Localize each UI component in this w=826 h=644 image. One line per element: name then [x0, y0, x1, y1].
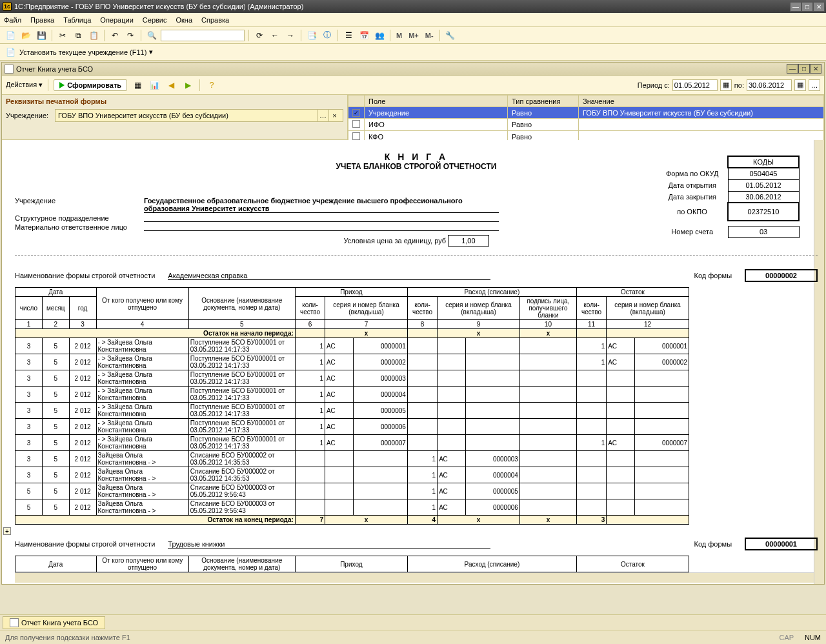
filter-checkbox[interactable]: [352, 132, 360, 140]
minimize-button[interactable]: —: [790, 2, 801, 12]
table-row[interactable]: 352 012- > Зайцева Ольга КонстантиновнаП…: [15, 354, 689, 370]
date-from-input[interactable]: [672, 79, 718, 91]
date-from-calendar-icon[interactable]: ▦: [720, 79, 732, 91]
x-cell: x: [519, 329, 576, 338]
grid-icon[interactable]: ▦: [131, 79, 144, 92]
search-input[interactable]: [161, 30, 245, 41]
status-text: Для получения подсказки нажмите F1: [5, 634, 130, 641]
table-row[interactable]: 552 012Зайцева Ольга Константиновна - >С…: [15, 499, 689, 516]
end-remain-qty: 3: [576, 516, 606, 525]
table-row[interactable]: 352 012- > Зайцева Ольга КонстантиновнаП…: [15, 419, 689, 435]
date-to-calendar-icon[interactable]: ▦: [794, 79, 806, 91]
h-date: Дата: [15, 556, 97, 572]
filter-row[interactable]: ИФОРавно: [348, 119, 824, 131]
menu-table[interactable]: Таблица: [63, 16, 91, 24]
filter-comp: Равно: [508, 119, 579, 131]
table-row[interactable]: 352 012- > Зайцева Ольга КонстантиновнаП…: [15, 403, 689, 419]
filter-val: ГОБУ ВПО Университет искусств (БУ без су…: [579, 107, 824, 119]
filter-col-value[interactable]: Значение: [579, 96, 824, 107]
info-icon[interactable]: ⓘ: [321, 29, 334, 42]
filter-row[interactable]: УчреждениеРавноГОБУ ВПО Университет иску…: [348, 107, 824, 119]
sub-close-button[interactable]: ✕: [810, 64, 821, 74]
horizontal-scrollbar[interactable]: [15, 572, 818, 583]
undo-icon[interactable]: ↶: [108, 29, 121, 42]
save-icon[interactable]: 💾: [35, 29, 48, 42]
report-body[interactable]: + К Н И Г А УЧЕТА БЛАНКОВ СТРОГОЙ ОТЧЕТН…: [2, 140, 824, 584]
paste-icon[interactable]: 📋: [87, 29, 100, 42]
h-remain: Остаток: [576, 288, 689, 297]
task-tab-report[interactable]: Отчет Книга учета БСО: [3, 616, 105, 629]
filter-checkbox[interactable]: [352, 109, 360, 117]
separator: [52, 30, 52, 41]
copy-icon[interactable]: ⧉: [72, 29, 85, 42]
dropdown-icon[interactable]: ▾: [149, 48, 153, 56]
table-row[interactable]: 552 012Зайцева Ольга Константиновна - >С…: [15, 483, 689, 499]
redo-icon[interactable]: ↷: [124, 29, 137, 42]
form-code-value: 00000002: [745, 269, 818, 282]
filter-col-comparison[interactable]: Тип сравнения: [508, 96, 579, 107]
table-row[interactable]: 352 012- > Зайцева Ольга КонстантиновнаП…: [15, 387, 689, 403]
period-start-label: Остаток на начало периода:: [15, 329, 296, 338]
close-date-label: Дата закрытия: [657, 191, 728, 203]
m-button[interactable]: M: [394, 32, 404, 39]
subwindow-title-bar: Отчет Книга учета БСО — □ ✕: [2, 63, 824, 75]
menu-help[interactable]: Справка: [201, 16, 229, 24]
institution-clear-icon[interactable]: ×: [328, 110, 340, 121]
period-picker-icon[interactable]: …: [809, 79, 820, 91]
clipboard-icon[interactable]: 📑: [305, 29, 318, 42]
back-icon[interactable]: ←: [268, 29, 281, 42]
help-icon[interactable]: ?: [205, 79, 218, 92]
set-institution-link[interactable]: Установить текущее учреждение (F11): [19, 48, 146, 56]
menu-edit[interactable]: Правка: [30, 16, 54, 24]
new-icon[interactable]: 📄: [4, 29, 17, 42]
filter-col-field[interactable]: Поле: [365, 96, 508, 107]
institution-lookup-icon[interactable]: …: [317, 110, 328, 121]
users-icon[interactable]: 👥: [373, 29, 386, 42]
filter-checkbox[interactable]: [352, 120, 360, 128]
refresh-icon[interactable]: ⟳: [253, 29, 266, 42]
m-plus-button[interactable]: M+: [407, 32, 421, 39]
menu-windows[interactable]: Окна: [176, 16, 193, 24]
menu-service[interactable]: Сервис: [143, 16, 167, 24]
generate-button[interactable]: Сформировать: [54, 79, 127, 91]
x-cell: x: [438, 516, 520, 525]
col-num: 7: [325, 320, 408, 329]
sub-minimize-button[interactable]: —: [787, 64, 798, 74]
actions-menu[interactable]: Действия ▾: [6, 81, 43, 89]
sub-restore-button[interactable]: □: [798, 64, 810, 74]
export-right-icon[interactable]: ▶: [181, 79, 194, 92]
expand-marker[interactable]: +: [3, 527, 11, 535]
col-num: 10: [519, 320, 576, 329]
forward-icon[interactable]: →: [284, 29, 297, 42]
table-row[interactable]: 352 012Зайцева Ольга Константиновна - >С…: [15, 467, 689, 483]
open-icon[interactable]: 📂: [19, 29, 32, 42]
table-row[interactable]: 352 012Зайцева Ольга Константиновна - >С…: [15, 451, 689, 467]
cut-icon[interactable]: ✂: [56, 29, 69, 42]
list-icon[interactable]: ☰: [342, 29, 355, 42]
end-expense-qty: 4: [407, 516, 437, 525]
m-minus-button[interactable]: M-: [423, 32, 436, 39]
table-row[interactable]: 352 012- > Зайцева Ольга КонстантиновнаП…: [15, 370, 689, 387]
find-icon[interactable]: 🔍: [145, 29, 158, 42]
chart-icon[interactable]: 📊: [148, 79, 161, 92]
separator: [301, 30, 301, 41]
h-year: год: [69, 297, 96, 320]
table-row[interactable]: 352 012- > Зайцева Ольга КонстантиновнаП…: [15, 338, 689, 354]
menu-file[interactable]: Файл: [4, 16, 21, 24]
tools-icon[interactable]: 🔧: [444, 29, 457, 42]
date-to-input[interactable]: [747, 79, 792, 91]
h-rq: коли- чество: [576, 297, 606, 320]
table-row[interactable]: 352 012- > Зайцева Ольга КонстантиновнаП…: [15, 435, 689, 451]
mol-value: [144, 223, 499, 231]
export-left-icon[interactable]: ◀: [165, 79, 177, 92]
close-button[interactable]: ✕: [813, 2, 825, 12]
form-name-value: Академическая справка: [168, 272, 490, 280]
document-icon[interactable]: 📄: [4, 46, 17, 59]
form-name-value-2: Трудовые книжки: [168, 540, 490, 548]
restore-button[interactable]: □: [801, 2, 813, 12]
calendar-icon[interactable]: 📅: [358, 29, 370, 42]
institution-input[interactable]: ГОБУ ВПО Университет искусств (БУ без су…: [55, 109, 343, 122]
col-num: 2: [42, 320, 69, 329]
col-num: 5: [188, 320, 295, 329]
menu-operations[interactable]: Операции: [100, 16, 133, 24]
